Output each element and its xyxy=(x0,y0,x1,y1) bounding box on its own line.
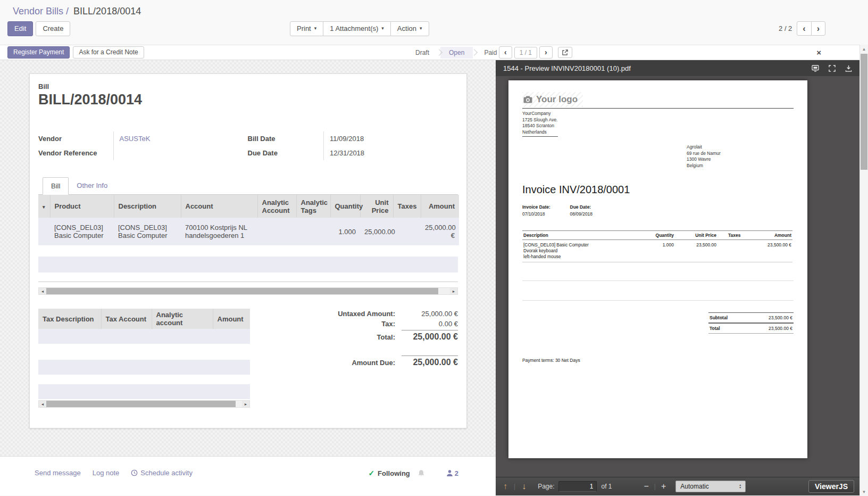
cell-taxes[interactable] xyxy=(393,218,421,245)
open-attachment-external-button[interactable] xyxy=(558,47,572,58)
zoom-out-icon[interactable]: − xyxy=(642,482,651,491)
pdf-canvas-area[interactable]: Your logo YourCompany 1725 Slough Ave. 1… xyxy=(496,76,859,477)
empty-line-row[interactable] xyxy=(38,257,458,272)
invoice-line-row[interactable]: [CONS_DEL03] Basic Computer [CONS_DEL03]… xyxy=(38,218,459,245)
scroll-left-icon[interactable]: ◄ xyxy=(39,401,46,407)
caret-down-icon: ▾ xyxy=(43,204,45,210)
edit-button[interactable]: Edit xyxy=(7,21,33,36)
odoo-window: Vendor Bills / BILL/2018/0014 Edit Creat… xyxy=(0,0,868,45)
company-logo: Your logo xyxy=(522,92,583,107)
download-icon[interactable] xyxy=(845,65,852,72)
header-rule xyxy=(522,108,794,109)
zoom-mode-select[interactable]: Automatic ▴▾ xyxy=(675,481,746,492)
pdf-viewer-header: 1544 - Preview INVINV20180001 (10).pdf xyxy=(496,60,859,76)
camera-icon xyxy=(523,96,532,103)
cell-account[interactable]: 700100 Kostprijs NL handelsgoederen 1 xyxy=(181,218,257,245)
scrollbar-thumb[interactable] xyxy=(46,401,236,407)
column-header-account[interactable]: Account xyxy=(181,195,257,218)
following-button[interactable]: ✓ Following xyxy=(368,469,410,477)
column-header-quantity[interactable]: Quantity xyxy=(330,195,360,218)
empty-tax-row[interactable] xyxy=(38,329,250,344)
attachment-previous-button[interactable]: ‹ xyxy=(499,46,512,59)
previous-page-icon[interactable]: ↑ xyxy=(501,482,510,491)
create-button[interactable]: Create xyxy=(36,21,70,36)
scroll-right-icon[interactable]: ► xyxy=(242,401,249,407)
lines-horizontal-scrollbar[interactable]: ◄ ► xyxy=(38,287,458,295)
vendor-reference-label: Vendor Reference xyxy=(38,146,113,160)
attachment-next-button[interactable]: › xyxy=(539,46,553,59)
page-number-input[interactable] xyxy=(558,481,597,492)
cell-unit-price[interactable]: 25,000.00 xyxy=(360,218,393,245)
column-header-analytic-tags[interactable]: Analytic Tags xyxy=(296,195,330,218)
column-header-tax-account[interactable]: Tax Account xyxy=(101,309,152,329)
column-header-analytic-account[interactable]: Analytic account xyxy=(152,309,213,329)
zoom-in-icon[interactable]: + xyxy=(659,482,668,491)
presentation-mode-icon[interactable] xyxy=(812,65,819,72)
cell-description[interactable]: [CONS_DEL03] Basic Computer xyxy=(114,218,181,245)
ask-credit-note-button[interactable]: Ask for a Credit Note xyxy=(73,46,144,58)
tab-bill[interactable]: Bill xyxy=(43,177,69,195)
pdf-preview-pane: 1544 - Preview INVINV20180001 (10).pdf xyxy=(496,60,859,495)
column-header-tax-amount[interactable]: Amount xyxy=(213,309,250,329)
pdf-subtotal-value: 23,500.00 € xyxy=(769,315,792,320)
register-payment-button[interactable]: Register Payment xyxy=(7,46,70,58)
pdf-viewer-toolbar: ↑ | ↓ Page: of 1 − | + Automatic ▴▾ xyxy=(496,477,859,495)
toolbar-divider: | xyxy=(654,483,656,490)
company-country: Netherlands xyxy=(522,129,558,136)
attachments-dropdown[interactable]: 1 Attachment(s) ▾ xyxy=(323,21,391,36)
pager-previous-button[interactable]: ‹ xyxy=(797,21,811,36)
schedule-activity-button[interactable]: Schedule activity xyxy=(131,469,193,477)
tab-other-info[interactable]: Other Info xyxy=(69,177,115,194)
pdf-page: Your logo YourCompany 1725 Slough Ave. 1… xyxy=(508,80,807,458)
cell-analytic-account[interactable] xyxy=(257,218,296,245)
notification-bell-icon[interactable] xyxy=(418,469,425,477)
scrollbar-thumb[interactable] xyxy=(46,288,438,294)
cell-quantity[interactable]: 1.000 xyxy=(330,218,360,245)
pdf-totals-box: Subtotal 23,500.00 € Total 23,500.00 € xyxy=(708,312,794,334)
column-header-taxes[interactable]: Taxes xyxy=(393,195,421,218)
zoom-mode-value: Automatic xyxy=(680,483,708,490)
cell-product[interactable]: [CONS_DEL03] Basic Computer xyxy=(50,218,114,245)
followers-button[interactable]: 2 xyxy=(446,469,458,477)
column-header-tax-description[interactable]: Tax Description xyxy=(38,309,101,329)
column-header-analytic-account[interactable]: Analytic Account xyxy=(257,195,296,218)
due-date-value: 12/31/2018 xyxy=(324,146,458,160)
log-note-button[interactable]: Log note xyxy=(93,469,120,477)
scroll-left-icon[interactable]: ◄ xyxy=(39,288,46,294)
column-header-amount[interactable]: Amount xyxy=(421,195,459,218)
fullscreen-icon[interactable] xyxy=(829,65,836,72)
attachment-navigation: ‹ 1 / 1 › xyxy=(499,45,572,60)
pdf-line-product: [CONS_DEL03] Basic Computer xyxy=(523,242,637,248)
bill-date-label: Bill Date xyxy=(248,131,324,146)
pdf-total-label: Total xyxy=(710,326,720,331)
send-message-button[interactable]: Send message xyxy=(35,469,81,477)
vertical-scrollbar[interactable]: ▲ ▼ xyxy=(859,45,868,496)
scroll-up-icon[interactable]: ▲ xyxy=(860,45,868,53)
next-page-icon[interactable]: ↓ xyxy=(520,482,528,491)
vendor-value-link[interactable]: ASUSTeK xyxy=(120,135,151,143)
due-date-label: Due Date: xyxy=(570,204,593,210)
close-preview-button[interactable]: × xyxy=(816,48,821,57)
breadcrumb-vendor-bills[interactable]: Vendor Bills / xyxy=(13,6,69,16)
column-header-unit-price[interactable]: Unit Price xyxy=(360,195,393,218)
column-header-product[interactable]: Product xyxy=(50,195,114,218)
invoice-title: Invoice INV/2018/0001 xyxy=(522,184,794,196)
list-options-toggle[interactable]: ▾ xyxy=(38,195,50,218)
status-step-draft[interactable]: Draft xyxy=(407,47,438,59)
scroll-right-icon[interactable]: ► xyxy=(450,288,457,294)
viewerjs-brand-button[interactable]: ViewerJS xyxy=(808,480,854,493)
action-dropdown[interactable]: Action ▾ xyxy=(390,21,429,36)
tax-horizontal-scrollbar[interactable]: ◄ ► xyxy=(38,400,250,408)
scrollbar-thumb[interactable] xyxy=(861,54,867,170)
empty-tax-row[interactable] xyxy=(38,384,250,399)
pdf-col-amount: Amount xyxy=(750,231,792,240)
cell-amount[interactable]: 25,000.00 € xyxy=(421,218,459,245)
cell-analytic-tags[interactable] xyxy=(296,218,330,245)
print-dropdown[interactable]: Print ▾ xyxy=(290,21,323,36)
empty-tax-row[interactable] xyxy=(38,360,250,375)
status-step-open[interactable]: Open xyxy=(440,47,473,59)
column-header-description[interactable]: Description xyxy=(114,195,181,218)
scroll-down-icon[interactable]: ▼ xyxy=(860,487,868,496)
tax-label: Tax: xyxy=(381,320,395,328)
pager-next-button[interactable]: › xyxy=(811,21,825,36)
